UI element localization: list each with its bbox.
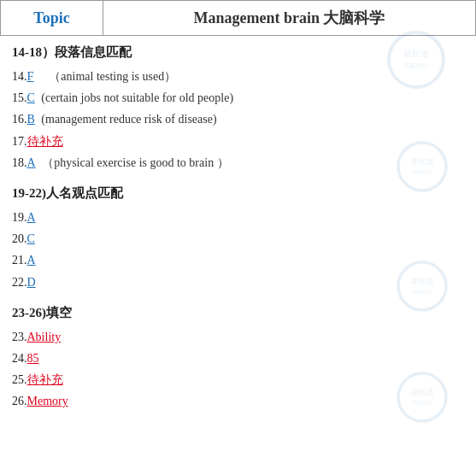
list-item: 25.待补充	[12, 369, 464, 390]
item-num: 23.	[12, 331, 27, 343]
answer-26: Memory	[27, 395, 68, 407]
answer-14[interactable]: F	[27, 70, 34, 83]
answer-15[interactable]: C	[27, 91, 35, 104]
list-item: 20.C	[12, 228, 464, 249]
item-num: 15.	[12, 91, 27, 104]
item-num: 20.	[12, 232, 27, 245]
list-item: 22.D	[12, 272, 464, 293]
answer-21[interactable]: A	[27, 254, 36, 266]
answer-23: Ability	[27, 331, 62, 343]
list-item: 21.A	[12, 249, 464, 271]
item-num: 26.	[12, 395, 27, 407]
answer-25: 待补充	[27, 373, 63, 386]
desc-14: （animal testing is used）	[37, 70, 176, 83]
section1-title: 14-18）段落信息匹配	[12, 44, 464, 61]
answer-24: 85	[27, 352, 39, 365]
item-num: 24.	[12, 352, 27, 365]
item-num: 21.	[12, 254, 27, 266]
answer-17: 待补充	[27, 135, 63, 148]
answer-19[interactable]: A	[27, 211, 36, 224]
title-cell: Management brain 大脑科学	[103, 1, 476, 36]
list-item: 18.A （physical exercise is good to brain…	[12, 152, 464, 173]
item-num: 22.	[12, 276, 27, 289]
answer-18[interactable]: A	[27, 156, 36, 169]
page-title: Management brain 大脑科学	[194, 9, 385, 26]
item-num: 17.	[12, 135, 27, 148]
item-num: 18.	[12, 156, 27, 169]
answer-22[interactable]: D	[27, 276, 36, 289]
list-item: 23.Ability	[12, 326, 464, 348]
item-num: 16.	[12, 113, 27, 126]
answer-20[interactable]: C	[27, 232, 35, 245]
list-item: 19.A	[12, 207, 464, 228]
list-item: 17.待补充	[12, 131, 464, 152]
item-num: 14.	[12, 70, 27, 83]
list-item: 15.C (certain jobs not suitable for old …	[12, 87, 464, 108]
section2-title: 19-22)人名观点匹配	[12, 185, 464, 202]
topic-label: Topic	[33, 9, 69, 26]
topic-cell: Topic	[1, 1, 103, 36]
answer-16[interactable]: B	[27, 113, 35, 126]
list-item: 26.Memory	[12, 390, 464, 412]
section3-title: 23-26)填空	[12, 305, 464, 321]
list-item: 14.F （animal testing is used）	[12, 66, 464, 87]
main-content: 14-18）段落信息匹配 14.F （animal testing is use…	[0, 36, 476, 432]
section-person-match: 19-22)人名观点匹配 19.A 20.C 21.A 22.D	[12, 185, 464, 293]
list-item: 24.85	[12, 348, 464, 369]
list-item: 16.B (management reduce risk of disease)	[12, 108, 464, 130]
desc-18: （physical exercise is good to brain ）	[39, 156, 229, 169]
section-fill-blank: 23-26)填空 23.Ability 24.85 25.待补充 26.Memo…	[12, 305, 464, 413]
section-paragraph-match: 14-18）段落信息匹配 14.F （animal testing is use…	[12, 44, 464, 173]
item-num: 25.	[12, 373, 27, 386]
desc-15: (certain jobs not suitable for old peopl…	[38, 91, 233, 104]
item-num: 19.	[12, 211, 27, 224]
desc-16: (management reduce risk of disease)	[38, 113, 217, 126]
header-table: Topic Management brain 大脑科学	[0, 0, 476, 36]
